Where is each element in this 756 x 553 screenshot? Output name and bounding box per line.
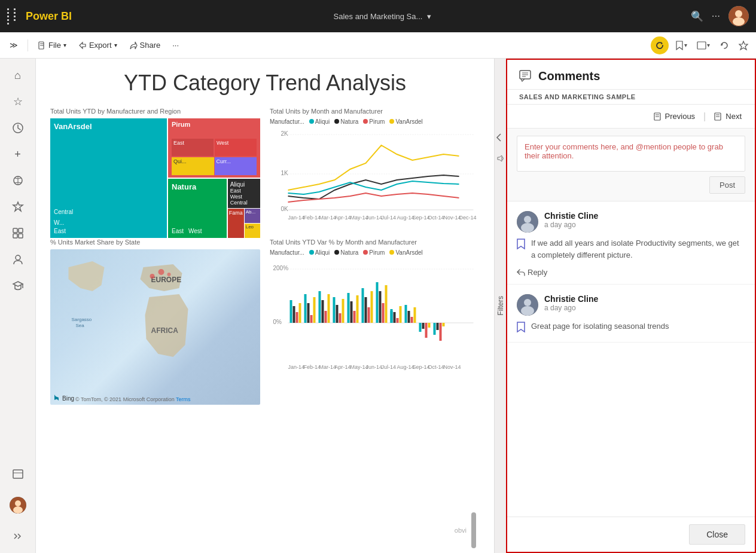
sidebar-item-deployment[interactable]: [6, 462, 30, 486]
svg-rect-61: [313, 297, 316, 323]
toolbar-more-button[interactable]: ···: [167, 38, 184, 52]
svg-rect-65: [328, 294, 330, 323]
map-svg: Sargasso Sea EUROPE AFRICA: [50, 249, 260, 405]
user-avatar[interactable]: [728, 6, 749, 26]
expand-nav-button[interactable]: ≫: [5, 38, 23, 52]
sidebar-item-goals[interactable]: [6, 195, 30, 219]
svg-rect-92: [422, 323, 425, 329]
comments-header: Comments: [507, 60, 755, 90]
svg-rect-57: [299, 303, 301, 323]
sidebar-item-home[interactable]: ⌂: [6, 63, 30, 87]
svg-rect-98: [443, 323, 445, 326]
chart-bar-section: Total Units YTD Var % by Month and Manuf…: [270, 239, 480, 405]
svg-rect-63: [322, 300, 324, 323]
previous-button[interactable]: Previous: [650, 109, 699, 123]
share-button[interactable]: Share: [124, 38, 166, 52]
svg-text:AFRICA: AFRICA: [151, 326, 179, 335]
refresh-button[interactable]: [651, 36, 669, 54]
svg-text:Sea: Sea: [76, 323, 85, 328]
svg-text:Apr-14: Apr-14: [335, 215, 351, 221]
svg-text:Mar-14: Mar-14: [319, 364, 337, 370]
svg-text:Oct-14: Oct-14: [428, 215, 444, 221]
svg-text:0K: 0K: [281, 206, 289, 212]
comment-author-2: Christie Cline: [544, 294, 598, 304]
toolbar-divider-1: [28, 39, 28, 51]
treemap-chart: VanArsdel East Central W...: [50, 118, 260, 229]
svg-rect-67: [336, 305, 339, 323]
sidebar-item-expand[interactable]: [6, 524, 30, 548]
map-chart: Sargasso Sea EUROPE AFRICA: [50, 249, 260, 405]
chart-line-section: Total Units by Month and Manufacturer Ma…: [270, 108, 480, 229]
svg-rect-72: [353, 311, 356, 323]
sidebar-item-favorites[interactable]: ☆: [6, 90, 30, 114]
comment-time-1: a day ago: [544, 221, 598, 229]
svg-point-49: [167, 273, 171, 276]
svg-rect-86: [400, 306, 402, 323]
svg-rect-80: [382, 303, 385, 323]
report-title-header[interactable]: Sales and Marketing Sa... ▾: [81, 12, 684, 21]
svg-rect-91: [419, 323, 422, 332]
svg-rect-56: [296, 312, 298, 323]
comment-item: Christie Cline a day ago Great page for …: [507, 285, 755, 343]
bookmark-button[interactable]: ▾: [672, 38, 690, 53]
comment-text-2: Great page for isolating seasonal trends: [531, 320, 669, 335]
post-button[interactable]: Post: [709, 176, 745, 194]
reset-button[interactable]: [717, 38, 732, 53]
comments-nav: Previous | Next: [507, 105, 755, 129]
sidebar-item-people[interactable]: [6, 248, 30, 271]
svg-text:0%: 0%: [273, 319, 282, 325]
comment-input-box[interactable]: Enter your comments here, and @mention p…: [517, 136, 745, 172]
top-bar-actions: 🔍 ···: [691, 6, 749, 26]
export-button[interactable]: Export ▾: [74, 38, 122, 52]
sidebar-item-data[interactable]: [6, 169, 30, 193]
svg-text:Jan-14: Jan-14: [288, 215, 305, 221]
svg-rect-94: [428, 323, 431, 328]
left-sidebar: ⌂ ☆ +: [0, 59, 36, 553]
more-options-icon[interactable]: ···: [712, 10, 720, 22]
file-button[interactable]: File ▾: [33, 38, 71, 52]
chart2-label: Total Units by Month and Manufacturer: [270, 108, 480, 115]
svg-text:Sep-14: Sep-14: [413, 215, 430, 221]
search-icon[interactable]: 🔍: [691, 10, 703, 23]
filters-panel[interactable]: Filters: [494, 59, 506, 553]
svg-rect-20: [13, 470, 23, 478]
chart-treemap-section: Total Units YTD by Manufacturer and Regi…: [50, 108, 260, 229]
reply-button-1[interactable]: Reply: [517, 268, 547, 277]
comment-bookmark-icon-1: [517, 239, 525, 261]
next-button[interactable]: Next: [711, 109, 745, 123]
line-chart-legend: Manufactur... Aliqui Natura Pirum VanArs…: [270, 118, 480, 125]
svg-rect-75: [365, 297, 367, 323]
sidebar-item-apps[interactable]: [6, 221, 30, 245]
svg-rect-54: [290, 300, 292, 323]
scrollbar[interactable]: [471, 512, 476, 548]
svg-text:Aug-14: Aug-14: [397, 364, 414, 370]
svg-rect-88: [408, 311, 410, 323]
svg-text:Jan-14: Jan-14: [288, 364, 305, 370]
collapse-arrow[interactable]: [495, 130, 507, 147]
comment-author-1: Christie Cline: [544, 211, 598, 221]
svg-rect-83: [391, 309, 393, 323]
star-button[interactable]: [736, 38, 751, 53]
report-canvas[interactable]: YTD Category Trend Analysis Total Units …: [36, 59, 494, 553]
comments-footer: Close: [507, 517, 755, 552]
svg-marker-9: [739, 41, 748, 50]
svg-rect-74: [362, 288, 364, 323]
apps-grid-icon[interactable]: [7, 8, 19, 25]
previous-icon: [654, 112, 662, 121]
close-button[interactable]: Close: [689, 524, 745, 545]
svg-text:1K: 1K: [281, 170, 289, 176]
svg-text:Jun-14: Jun-14: [366, 215, 383, 221]
svg-text:2K: 2K: [281, 130, 289, 137]
speaker-icon: [495, 154, 507, 163]
svg-text:Jul-14: Jul-14: [382, 215, 397, 221]
sidebar-item-recent[interactable]: [6, 116, 30, 140]
view-button[interactable]: ▾: [694, 38, 713, 53]
svg-text:Nov-14: Nov-14: [444, 215, 461, 221]
svg-rect-93: [425, 323, 428, 338]
sidebar-item-profile[interactable]: [6, 493, 30, 517]
svg-rect-55: [293, 306, 295, 323]
svg-text:Aug-14: Aug-14: [397, 215, 414, 221]
svg-text:Nov-14: Nov-14: [444, 364, 461, 370]
sidebar-item-learn[interactable]: [6, 274, 30, 298]
sidebar-item-create[interactable]: +: [6, 142, 30, 166]
